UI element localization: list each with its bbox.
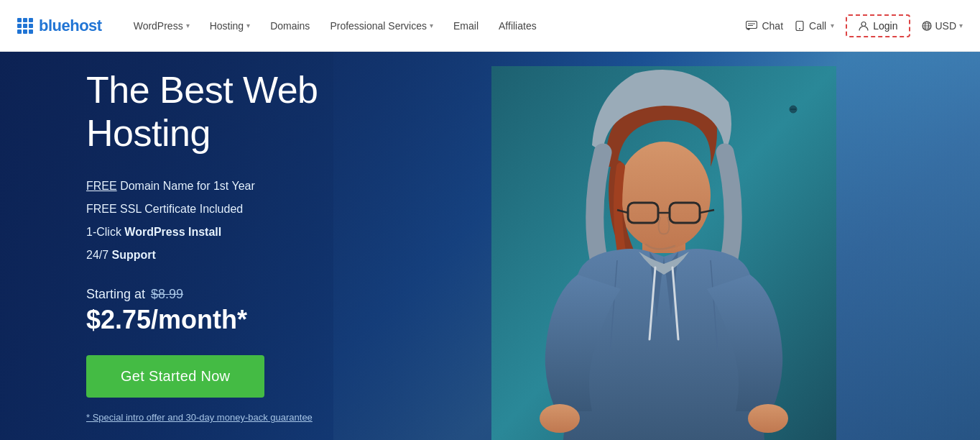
phone-icon bbox=[795, 21, 805, 31]
nav-item-affiliates[interactable]: Affiliates bbox=[490, 14, 545, 37]
currency-label: USD bbox=[935, 20, 956, 32]
hero-section: The Best Web Hosting FREE Domain Name fo… bbox=[0, 52, 980, 440]
hero-features-list: FREE Domain Name for 1st Year FREE SSL C… bbox=[86, 175, 445, 267]
user-icon bbox=[859, 21, 869, 31]
nav-item-email[interactable]: Email bbox=[445, 14, 487, 37]
call-label: Call bbox=[809, 20, 826, 32]
nav-item-professional-services[interactable]: Professional Services ▾ bbox=[321, 14, 442, 37]
feature-support-text-prefix: 24/7 bbox=[86, 249, 112, 261]
chevron-down-icon: ▾ bbox=[186, 22, 190, 29]
feature-item-support: 24/7 Support bbox=[86, 244, 445, 267]
chat-button[interactable]: Chat bbox=[746, 20, 783, 32]
svg-point-26 bbox=[540, 404, 580, 433]
feature-item-wordpress: 1-Click WordPress Install bbox=[86, 221, 445, 244]
feature-free-label: FREE bbox=[86, 180, 117, 192]
nav-label-email: Email bbox=[453, 20, 479, 32]
chevron-down-icon: ▾ bbox=[430, 22, 433, 29]
nav-item-hosting[interactable]: Hosting ▾ bbox=[201, 14, 259, 37]
hero-title: The Best Web Hosting bbox=[86, 69, 445, 155]
guarantee-text[interactable]: * Special intro offer and 30-day money-b… bbox=[86, 412, 445, 423]
logo-grid-icon bbox=[17, 18, 33, 34]
call-button[interactable]: Call ▾ bbox=[795, 20, 834, 32]
nav-item-domains[interactable]: Domains bbox=[262, 14, 318, 37]
hero-person-image bbox=[491, 66, 836, 440]
login-label: Login bbox=[873, 20, 897, 32]
feature-support-text-bold: Support bbox=[112, 249, 156, 261]
nav-label-domains: Domains bbox=[270, 20, 310, 32]
nav-label-professional-services: Professional Services bbox=[330, 20, 427, 32]
header-right: Chat Call ▾ Login USD bbox=[746, 14, 963, 37]
starting-at-text: Starting at $8.99 bbox=[86, 287, 445, 302]
new-price: $2.75/month* bbox=[86, 305, 445, 335]
main-nav: WordPress ▾ Hosting ▾ Domains Profession… bbox=[125, 14, 545, 37]
svg-point-4 bbox=[799, 28, 800, 29]
chevron-down-icon: ▾ bbox=[246, 22, 250, 29]
site-header: bluehost WordPress ▾ Hosting ▾ Domains P… bbox=[0, 0, 980, 52]
currency-selector[interactable]: USD ▾ bbox=[922, 20, 963, 32]
starting-at-label: Starting at bbox=[86, 287, 145, 302]
feature-ssl-text: FREE SSL Certificate Included bbox=[86, 203, 243, 215]
pricing-area: Starting at $8.99 $2.75/month* bbox=[86, 287, 445, 335]
nav-label-hosting: Hosting bbox=[210, 20, 244, 32]
svg-point-5 bbox=[861, 22, 866, 26]
chevron-down-icon: ▾ bbox=[959, 22, 963, 29]
nav-item-wordpress[interactable]: WordPress ▾ bbox=[125, 14, 198, 37]
get-started-button[interactable]: Get Started Now bbox=[86, 355, 264, 398]
logo[interactable]: bluehost bbox=[17, 17, 102, 35]
old-price: $8.99 bbox=[151, 287, 183, 302]
hero-content: The Best Web Hosting FREE Domain Name fo… bbox=[0, 69, 445, 423]
chat-label: Chat bbox=[762, 20, 783, 32]
nav-label-wordpress: WordPress bbox=[134, 20, 183, 32]
feature-wp-text-bold: WordPress Install bbox=[124, 226, 221, 238]
nav-label-affiliates: Affiliates bbox=[499, 20, 537, 32]
logo-text: bluehost bbox=[39, 17, 102, 35]
header-left: bluehost WordPress ▾ Hosting ▾ Domains P… bbox=[17, 14, 545, 37]
svg-point-27 bbox=[748, 404, 788, 433]
chat-icon bbox=[746, 21, 757, 31]
feature-domain-text: Domain Name for 1st Year bbox=[120, 180, 255, 192]
feature-item-domain: FREE Domain Name for 1st Year bbox=[86, 175, 445, 198]
feature-item-ssl: FREE SSL Certificate Included bbox=[86, 198, 445, 221]
login-button[interactable]: Login bbox=[846, 14, 910, 37]
svg-rect-0 bbox=[746, 21, 757, 28]
feature-wp-text-prefix: 1-Click bbox=[86, 226, 124, 238]
chevron-down-icon: ▾ bbox=[831, 22, 834, 29]
globe-icon bbox=[922, 21, 932, 31]
